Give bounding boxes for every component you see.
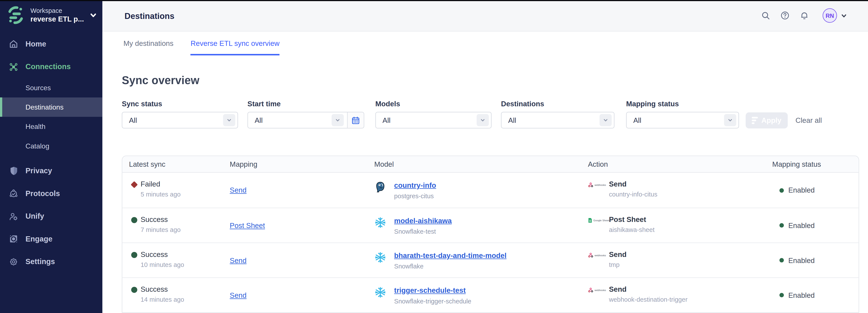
table-row: Failed 5 minutes ago Send — [122, 173, 859, 208]
column-header-action: Action — [588, 160, 772, 168]
latest-sync-cell: Success 10 minutes ago — [129, 243, 230, 277]
model-cell: bharath-test-day-and-time-model Snowflak… — [374, 243, 588, 277]
mapping-status-select[interactable]: All — [626, 112, 739, 128]
workspace-chevron-down-icon[interactable] — [90, 11, 97, 19]
sidebar-item-destinations[interactable]: Destinations — [0, 97, 102, 117]
rudderstack-logo-icon — [5, 5, 25, 25]
app-root: Workspace reverse ETL p... Home — [0, 0, 868, 313]
sync-status-filter-label: Sync status — [122, 99, 238, 108]
model-cell: model-aishikawa Snowflake-test — [374, 208, 588, 243]
webhooks-icon: webhooks — [588, 182, 608, 188]
content: Sync overview Sync status All Start time… — [102, 56, 868, 313]
action-destination-text: country-info-citus — [609, 191, 657, 198]
latest-sync-cell: Failed 5 minutes ago — [129, 173, 230, 208]
action-cell: webhooks Send webhook-destination-trigge… — [588, 278, 772, 312]
enabled-dot-icon — [779, 223, 784, 227]
apply-button[interactable]: Apply — [746, 113, 788, 128]
unify-icon — [9, 212, 18, 221]
action-cell: webhooks Send tmp — [588, 243, 772, 277]
table-row: Success 7 minutes ago Post Sheet — [122, 208, 859, 242]
destinations-select[interactable]: All — [501, 112, 614, 128]
sidebar-item-protocols[interactable]: Protocols — [0, 182, 102, 205]
start-time-select[interactable]: All — [248, 112, 364, 128]
sidebar-item-connections[interactable]: Connections — [0, 56, 102, 78]
clear-all-link[interactable]: Clear all — [796, 116, 822, 125]
action-destination-text: webhook-destination-trigger — [609, 296, 688, 303]
model-name-link[interactable]: model-aishikawa — [394, 217, 452, 225]
connections-icon — [9, 62, 18, 71]
column-header-model: Model — [374, 160, 588, 168]
account-chevron-down-icon[interactable] — [841, 12, 847, 19]
sidebar-item-sources[interactable]: Sources — [0, 78, 102, 97]
latest-sync-cell: Success 14 minutes ago — [129, 278, 230, 312]
window-top-edge — [0, 0, 868, 1]
sync-status-text: Failed — [141, 180, 181, 188]
snowflake-icon — [374, 217, 386, 229]
action-cell: Google Sheets Post Sheet aishikawa-sheet — [588, 208, 772, 243]
chevron-down-icon — [724, 114, 736, 126]
sync-status-text: Success — [141, 250, 184, 258]
enabled-dot-icon — [779, 293, 784, 297]
mapping-cell: Send — [230, 243, 374, 277]
sidebar-item-privacy[interactable]: Privacy — [0, 160, 102, 182]
action-cell: webhooks Send country-info-citus — [588, 173, 772, 208]
models-select[interactable]: All — [375, 112, 492, 128]
filter-icon — [752, 117, 758, 124]
mapping-status-cell: Enabled — [772, 208, 859, 243]
enabled-dot-icon — [779, 188, 784, 192]
sync-status-text: Success — [141, 285, 184, 293]
sidebar-item-health[interactable]: Health — [0, 117, 102, 136]
tab-reverse-etl-sync-overview[interactable]: Reverse ETL sync overview — [191, 32, 279, 56]
sidebar-item-home[interactable]: Home — [0, 33, 102, 55]
action-title: Send — [609, 285, 688, 293]
chevron-down-icon — [223, 114, 235, 126]
bell-icon[interactable] — [800, 11, 809, 20]
topbar: Destinations RN — [102, 0, 868, 32]
model-name-link[interactable]: bharath-test-day-and-time-model — [394, 251, 506, 259]
mapping-link[interactable]: Send — [230, 256, 246, 264]
sync-status-select[interactable]: All — [122, 112, 238, 128]
sync-table: Latest sync Mapping Model Action Mapping… — [122, 156, 859, 313]
destinations-filter-label: Destinations — [501, 99, 614, 108]
tab-my-destinations[interactable]: My destinations — [123, 32, 174, 56]
column-header-mapping-status: Mapping status — [772, 160, 859, 168]
models-filter-label: Models — [375, 99, 492, 108]
sidebar-item-catalog[interactable]: Catalog — [0, 136, 102, 156]
help-icon[interactable] — [781, 11, 789, 20]
sidebar-item-unify[interactable]: Unify — [0, 205, 102, 227]
action-destination-text: tmp — [609, 261, 626, 268]
avatar[interactable]: RN — [823, 8, 837, 23]
model-source-text: postgres-citus — [394, 193, 436, 199]
chevron-down-icon — [599, 114, 612, 126]
mapping-status-cell: Enabled — [772, 173, 859, 208]
model-cell: trigger-schedule-test Snowflake-trigger-… — [374, 278, 588, 312]
mapping-link[interactable]: Send — [230, 186, 246, 194]
mapping-link[interactable]: Send — [230, 291, 246, 299]
sidebar-item-settings[interactable]: Settings — [0, 250, 102, 273]
sync-time-text: 5 minutes ago — [141, 191, 181, 198]
success-status-icon — [131, 217, 137, 223]
sync-status-text: Success — [141, 215, 181, 224]
page-title: Destinations — [125, 11, 174, 20]
mapping-status-cell: Enabled — [772, 243, 859, 277]
snowflake-icon — [374, 251, 386, 263]
success-status-icon — [131, 287, 137, 293]
sidebar-item-engage[interactable]: Engage — [0, 227, 102, 250]
calendar-icon[interactable] — [347, 113, 364, 128]
mapping-cell: Send — [230, 173, 374, 208]
mapping-link[interactable]: Post Sheet — [230, 221, 265, 229]
gear-icon — [9, 257, 18, 266]
tab-bar: My destinations Reverse ETL sync overvie… — [102, 32, 868, 56]
home-icon — [9, 39, 18, 49]
column-header-latest-sync: Latest sync — [129, 160, 230, 168]
failed-status-icon — [131, 181, 137, 188]
shield-icon — [9, 166, 18, 176]
model-name-link[interactable]: trigger-schedule-test — [394, 286, 466, 294]
search-icon[interactable] — [761, 11, 770, 20]
postgres-icon — [374, 181, 386, 193]
sync-time-text: 7 minutes ago — [141, 226, 181, 233]
model-name-link[interactable]: country-info — [394, 181, 436, 189]
engage-icon — [9, 234, 18, 244]
workspace-switcher[interactable]: Workspace reverse ETL p... — [0, 0, 102, 28]
mapping-status-text: Enabled — [788, 186, 815, 194]
